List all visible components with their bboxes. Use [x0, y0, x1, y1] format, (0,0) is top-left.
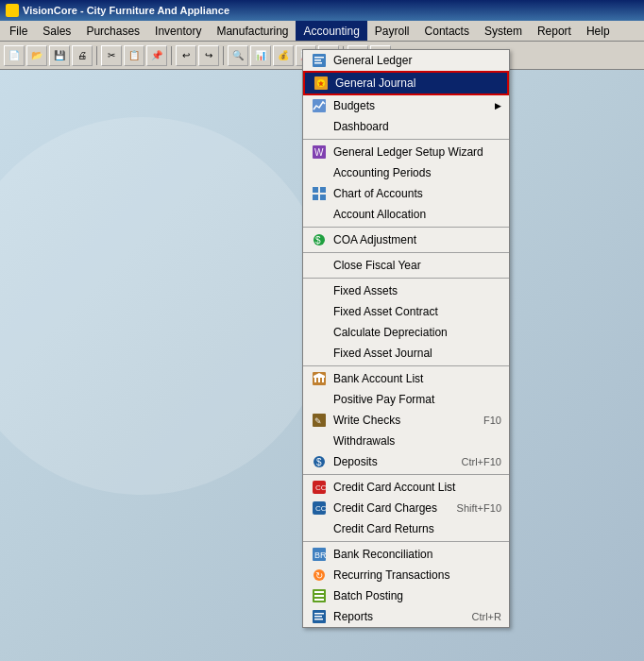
toolbar-undo[interactable]: ↩ [176, 45, 196, 66]
svg-rect-13 [320, 195, 326, 200]
write-checks-shortcut: F10 [483, 415, 501, 426]
menu-sales[interactable]: Sales [35, 21, 78, 41]
title-bar: VisionCore - City Furniture And Applianc… [0, 0, 644, 21]
dashboard-label: Dashboard [333, 120, 501, 133]
credit-card-account-list-icon: CC [311, 479, 328, 496]
menu-contacts[interactable]: Contacts [417, 21, 477, 41]
withdrawals-icon [311, 432, 328, 449]
coa-adjustment-icon: $ [311, 231, 328, 248]
toolbar-new[interactable]: 📄 [4, 45, 25, 66]
menu-item-account-allocation[interactable]: Account Allocation [303, 204, 509, 225]
credit-card-returns-label: Credit Card Returns [333, 522, 501, 535]
reports-shortcut: Ctrl+R [472, 611, 501, 622]
svg-text:✎: ✎ [314, 416, 322, 426]
reports-icon [311, 608, 328, 625]
menu-item-gl-setup-wizard[interactable]: WGeneral Ledger Setup Wizard [303, 142, 509, 162]
menu-item-positive-pay-format[interactable]: Positive Pay Format [303, 389, 509, 410]
toolbar-sep3 [223, 46, 224, 65]
menu-separator-28 [303, 541, 509, 542]
menu-system[interactable]: System [477, 21, 530, 41]
menu-item-coa-adjustment[interactable]: $COA Adjustment [303, 229, 509, 250]
svg-rect-2 [314, 59, 321, 61]
menu-item-batch-posting[interactable]: Batch Posting [303, 585, 509, 606]
svg-rect-19 [322, 378, 324, 382]
toolbar-money[interactable]: 💰 [273, 45, 294, 66]
general-ledger-icon [311, 52, 328, 69]
svg-text:BR: BR [314, 551, 326, 560]
menu-inventory[interactable]: Inventory [147, 21, 209, 41]
credit-card-charges-icon: CC [311, 500, 328, 517]
menu-item-credit-card-account-list[interactable]: CCCredit Card Account List [303, 477, 509, 498]
menu-report[interactable]: Report [530, 21, 579, 41]
account-allocation-label: Account Allocation [333, 208, 501, 221]
app-icon [6, 4, 19, 17]
svg-text:W: W [314, 147, 324, 158]
toolbar-save[interactable]: 💾 [49, 45, 70, 66]
menu-item-withdrawals[interactable]: Withdrawals [303, 431, 509, 451]
general-ledger-label: General Ledger [333, 54, 501, 67]
menu-payroll[interactable]: Payroll [367, 21, 417, 41]
svg-rect-10 [313, 187, 318, 193]
menu-bar: File Sales Purchases Inventory Manufactu… [0, 21, 644, 42]
menu-item-bank-account-list[interactable]: Bank Account List [303, 368, 509, 389]
toolbar-sep2 [171, 46, 172, 65]
menu-item-deposits[interactable]: $DepositsCtrl+F10 [303, 451, 509, 472]
toolbar-cut[interactable]: ✂ [101, 45, 122, 66]
reports-label: Reports [333, 610, 472, 623]
menu-item-general-ledger[interactable]: General Ledger [303, 50, 509, 71]
menu-item-accounting-periods[interactable]: Accounting Periods [303, 162, 509, 183]
menu-help[interactable]: Help [579, 21, 618, 41]
deposits-label: Deposits [333, 455, 462, 468]
menu-accounting[interactable]: Accounting [296, 21, 366, 41]
svg-rect-18 [318, 378, 320, 382]
menu-item-close-fiscal-year[interactable]: Close Fiscal Year [303, 255, 509, 276]
menu-item-dashboard[interactable]: Dashboard [303, 116, 509, 137]
menu-item-credit-card-charges[interactable]: CCCredit Card ChargesShift+F10 [303, 498, 509, 518]
menu-purchases[interactable]: Purchases [78, 21, 147, 41]
menu-file[interactable]: File [2, 21, 35, 41]
toolbar-paste[interactable]: 📌 [146, 45, 167, 66]
accounting-dropdown: General LedgerGeneral JournalBudgets▶Das… [302, 49, 510, 628]
menu-separator-4 [303, 139, 509, 140]
menu-item-fixed-assets[interactable]: Fixed Assets [303, 280, 509, 301]
menu-item-chart-of-accounts[interactable]: Chart of Accounts [303, 183, 509, 204]
menu-item-credit-card-returns[interactable]: Credit Card Returns [303, 518, 509, 539]
menu-item-budgets[interactable]: Budgets▶ [303, 95, 509, 116]
toolbar-open[interactable]: 📂 [26, 45, 47, 66]
svg-text:CC: CC [315, 504, 326, 513]
toolbar-redo[interactable]: ↪ [198, 45, 219, 66]
menu-separator-24 [303, 474, 509, 475]
withdrawals-label: Withdrawals [333, 434, 501, 448]
menu-item-reports[interactable]: ReportsCtrl+R [303, 606, 509, 627]
bank-reconciliation-icon: BR [311, 546, 328, 563]
menu-item-bank-reconciliation[interactable]: BRBank Reconciliation [303, 544, 509, 565]
positive-pay-format-label: Positive Pay Format [333, 393, 501, 406]
toolbar-print[interactable]: 🖨 [72, 45, 93, 66]
toolbar-search[interactable]: 🔍 [228, 45, 248, 66]
menu-manufacturing[interactable]: Manufacturing [209, 21, 296, 41]
menu-item-fixed-asset-journal[interactable]: Fixed Asset Journal [303, 343, 509, 364]
toolbar-chart[interactable]: 📊 [250, 45, 271, 66]
menu-item-general-journal[interactable]: General Journal [303, 71, 509, 95]
budgets-arrow-icon: ▶ [495, 101, 501, 110]
credit-card-account-list-label: Credit Card Account List [333, 481, 501, 494]
svg-text:$: $ [316, 457, 322, 467]
gl-setup-wizard-label: General Ledger Setup Wizard [333, 145, 501, 159]
svg-rect-3 [314, 62, 322, 64]
svg-rect-35 [314, 591, 324, 593]
menu-item-calculate-depreciation[interactable]: Calculate Depreciation [303, 322, 509, 343]
svg-rect-41 [314, 619, 323, 620]
bank-account-list-label: Bank Account List [333, 372, 501, 385]
menu-item-fixed-asset-contract[interactable]: Fixed Asset Contract [303, 301, 509, 322]
fixed-asset-contract-label: Fixed Asset Contract [333, 305, 501, 318]
toolbar-copy[interactable]: 📋 [124, 45, 144, 66]
dashboard-icon [311, 118, 328, 135]
svg-text:↻: ↻ [315, 570, 323, 581]
menu-item-recurring-transactions[interactable]: ↻Recurring Transactions [303, 565, 509, 585]
menu-separator-11 [303, 252, 509, 253]
fixed-asset-contract-icon [311, 303, 328, 320]
menu-item-write-checks[interactable]: ✎Write ChecksF10 [303, 410, 509, 431]
chart-of-accounts-label: Chart of Accounts [333, 187, 501, 200]
toolbar-sep1 [96, 46, 97, 65]
coa-adjustment-label: COA Adjustment [333, 233, 501, 246]
